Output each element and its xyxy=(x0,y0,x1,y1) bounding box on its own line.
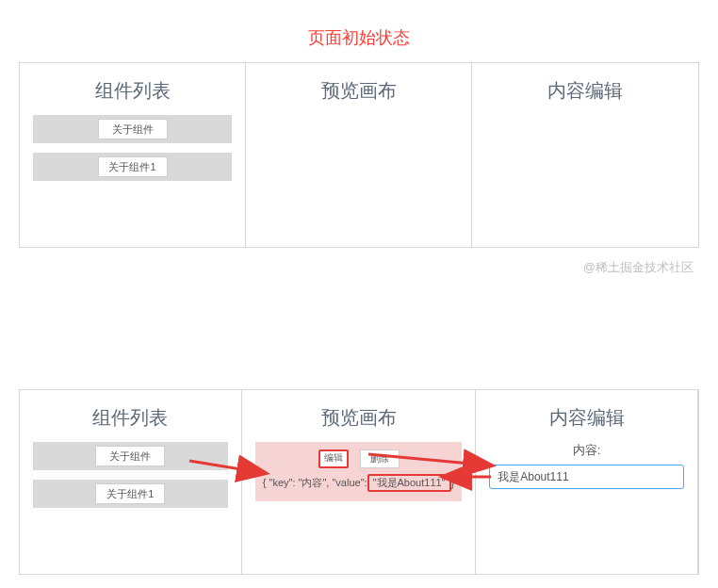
component-item-label: 关于组件1 xyxy=(95,483,165,504)
component-item-label: 关于组件 xyxy=(95,446,165,466)
col-head-preview: 预览画布 xyxy=(242,390,475,442)
col-head-preview: 预览画布 xyxy=(246,63,471,115)
active-state-grid: 组件列表 关于组件 关于组件1 预览画布 编辑 删除 { "key": "内容"… xyxy=(19,389,699,575)
col-component-list: 组件列表 关于组件 关于组件1 xyxy=(20,390,242,574)
component-item[interactable]: 关于组件 xyxy=(33,442,228,470)
col-head-editor: 内容编辑 xyxy=(472,63,698,115)
json-prefix: { "key": "内容", "value": xyxy=(263,476,367,490)
component-item-label: 关于组件 xyxy=(98,119,168,139)
col-head-list: 组件列表 xyxy=(20,390,241,442)
col-content-editor: 内容编辑 内容: xyxy=(476,390,698,574)
preview-json: { "key": "内容", "value": "我是About111" } xyxy=(263,474,454,492)
page-title-initial: 页面初始状态 xyxy=(19,26,699,49)
component-item[interactable]: 关于组件1 xyxy=(33,480,228,508)
col-preview-canvas: 预览画布 xyxy=(246,63,472,247)
col-head-editor: 内容编辑 xyxy=(476,390,697,442)
edit-button[interactable]: 编辑 xyxy=(318,449,349,468)
col-head-list: 组件列表 xyxy=(20,63,245,115)
watermark: @稀土掘金技术社区 xyxy=(19,259,694,276)
content-input[interactable] xyxy=(489,465,684,489)
json-value-highlight: "我是About111" xyxy=(367,474,451,492)
col-component-list: 组件列表 关于组件 关于组件1 xyxy=(20,63,246,247)
json-suffix: } xyxy=(451,478,455,489)
initial-state-grid: 组件列表 关于组件 关于组件1 预览画布 内容编辑 xyxy=(19,62,699,248)
editor-field-label: 内容: xyxy=(476,442,697,459)
col-preview-canvas: 预览画布 编辑 删除 { "key": "内容", "value": "我是Ab… xyxy=(242,390,476,574)
component-item[interactable]: 关于组件1 xyxy=(33,153,232,181)
component-item-label: 关于组件1 xyxy=(98,156,168,177)
preview-dropped-item: 编辑 删除 { "key": "内容", "value": "我是About11… xyxy=(255,442,462,501)
col-content-editor: 内容编辑 xyxy=(472,63,698,247)
delete-button[interactable]: 删除 xyxy=(360,449,400,468)
component-item[interactable]: 关于组件 xyxy=(33,115,232,143)
